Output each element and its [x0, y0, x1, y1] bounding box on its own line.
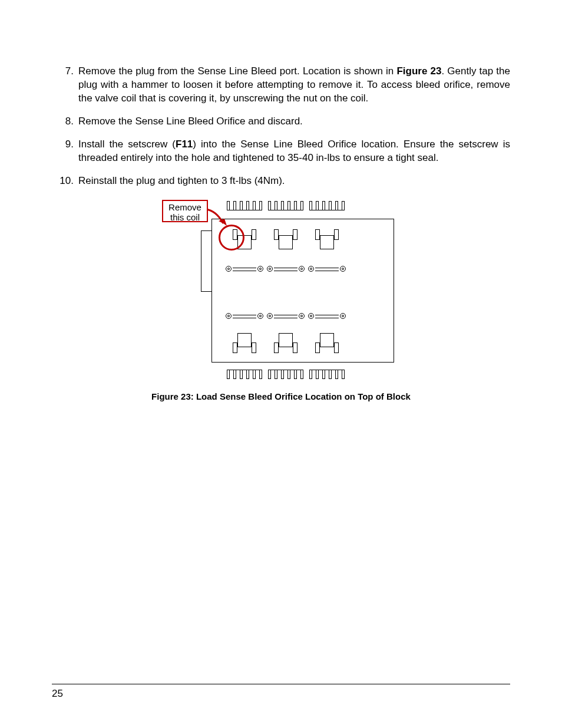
- solenoid-bottom: [233, 328, 256, 352]
- step-text: Remove the plug from the Sense Line Blee…: [78, 65, 510, 106]
- page-number: 25: [52, 687, 63, 701]
- highlight-circle-icon: [219, 225, 244, 251]
- callout-line1: Remove: [168, 202, 201, 212]
- screw-row: [267, 313, 305, 321]
- step-text: Install the setscrew (F11) into the Sens…: [78, 138, 510, 165]
- step-text: Reinstall the plug and tighten to 3 ft-l…: [78, 174, 510, 188]
- step-number: 7.: [52, 65, 78, 106]
- screw-row: [267, 266, 305, 274]
- step-text: Remove the Sense Line Bleed Orifice and …: [78, 115, 510, 129]
- instruction-list: 7. Remove the plug from the Sense Line B…: [52, 65, 510, 188]
- step-10: 10. Reinstall the plug and tighten to 3 …: [52, 174, 510, 188]
- side-block: [201, 230, 213, 292]
- figure-wrap: Remove this coil: [52, 199, 510, 403]
- coil-fins-top: [309, 199, 345, 210]
- step-7: 7. Remove the plug from the Sense Line B…: [52, 65, 510, 106]
- solenoid-top: [274, 230, 297, 254]
- footer-rule: [52, 684, 510, 684]
- document-page: 7. Remove the plug from the Sense Line B…: [0, 0, 562, 728]
- figure-diagram: Remove this coil: [157, 199, 405, 387]
- screw-row: [308, 313, 346, 321]
- figure-caption: Figure 23: Load Sense Bleed Orifice Loca…: [52, 391, 510, 403]
- solenoid-top: [315, 230, 339, 254]
- coil-fins-top: [227, 199, 262, 210]
- screw-row: [226, 266, 263, 274]
- step-9: 9. Install the setscrew (F11) into the S…: [52, 138, 510, 165]
- step-8: 8. Remove the Sense Line Bleed Orifice a…: [52, 115, 510, 129]
- callout-line2: this coil: [170, 212, 200, 222]
- coil-fins-bottom: [227, 370, 262, 381]
- valve-module-3: [307, 199, 347, 381]
- coil-fins-top: [268, 199, 303, 210]
- screw-row: [226, 313, 263, 321]
- step-number: 10.: [52, 174, 78, 188]
- solenoid-bottom: [315, 328, 339, 352]
- screw-row: [308, 266, 346, 274]
- valve-module-2: [266, 199, 306, 381]
- callout-box: Remove this coil: [162, 200, 208, 222]
- coil-fins-bottom: [309, 370, 345, 381]
- step-number: 8.: [52, 115, 78, 129]
- coil-fins-bottom: [268, 370, 303, 381]
- solenoid-bottom: [274, 328, 297, 352]
- step-number: 9.: [52, 138, 78, 165]
